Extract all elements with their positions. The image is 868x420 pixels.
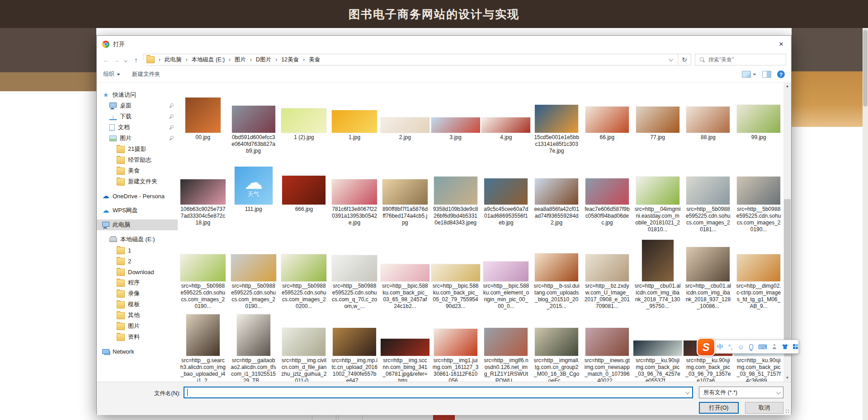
- emoji-face-icon[interactable]: ☺: [738, 344, 744, 350]
- recent-locations-icon[interactable]: [121, 56, 131, 64]
- file-item[interactable]: 1.jpg: [330, 89, 379, 154]
- grid-scrollbar[interactable]: ▲ ▼: [783, 83, 791, 382]
- file-item[interactable]: eea8a856fa42cf01ad74f936559284d2.jpg: [532, 161, 581, 233]
- search-input[interactable]: [708, 56, 786, 63]
- breadcrumb-item[interactable]: 12美食: [279, 56, 301, 64]
- sogou-logo-icon[interactable]: S: [697, 338, 715, 356]
- file-item[interactable]: src=http__bpic.588ku.com_element_origin_…: [481, 238, 530, 310]
- file-item[interactable]: 2.jpg: [381, 89, 429, 154]
- file-item[interactable]: src=http__bpic.588ku.com_back_pic_03_65_…: [381, 238, 429, 310]
- virtual-keyboard-icon[interactable]: ⌨: [758, 344, 767, 350]
- input-assist-icon[interactable]: [772, 344, 777, 349]
- file-item[interactable]: 4.jpg: [481, 89, 530, 154]
- file-item[interactable]: 666.jpg: [279, 161, 328, 233]
- file-item[interactable]: src=http__04imgmini.eastday.com_mobile_2…: [633, 161, 682, 233]
- sidebar-item[interactable]: 录像: [97, 288, 178, 299]
- new-folder-button[interactable]: 新建文件夹: [132, 70, 160, 78]
- up-icon[interactable]: ↑: [131, 56, 141, 64]
- file-item[interactable]: 890ff8bf7f1a5876dff76bed174a4cb5.jpg: [381, 161, 429, 233]
- scrollbar-thumb[interactable]: [784, 199, 791, 356]
- sidebar-item[interactable]: ↓下载: [97, 111, 178, 122]
- file-item[interactable]: src=http__img.civilcn.com_d_file_jianzhu…: [279, 312, 328, 382]
- file-item[interactable]: src=http__imglf6.nosdn0.126.net_img_R1Z1…: [481, 312, 530, 382]
- file-item[interactable]: 1 (2).jpg: [279, 89, 328, 154]
- file-item[interactable]: src=http__5b0988e595225.cdn.sohucs.com_q…: [330, 238, 379, 310]
- sidebar-item[interactable]: 模板: [97, 299, 178, 310]
- scroll-down-icon[interactable]: ▼: [783, 374, 791, 382]
- open-button[interactable]: 打开(O): [699, 402, 739, 414]
- sidebar-item[interactable]: Download: [97, 266, 178, 277]
- sidebar-item[interactable]: 其他: [97, 310, 178, 321]
- scroll-up-icon[interactable]: ▲: [783, 83, 791, 90]
- sidebar-item[interactable]: 此电脑: [97, 219, 178, 230]
- sidebar-item[interactable]: 程序: [97, 277, 178, 288]
- file-item[interactable]: 99.jpg: [734, 89, 783, 154]
- view-mode-button[interactable]: [742, 71, 756, 78]
- help-icon[interactable]: ?: [777, 70, 785, 78]
- file-item[interactable]: src=http__bz.zxdyw.com_U_Image_2017_0908…: [583, 238, 632, 310]
- sidebar-item[interactable]: 文档: [97, 122, 178, 133]
- filetype-select[interactable]: 所有文件 (*.*): [699, 387, 783, 398]
- file-item[interactable]: 9358d109b3de9c826bf6d9bd4b53310e18d84343…: [431, 161, 480, 233]
- file-item[interactable]: src=http__5b0988e595225.cdn.sohucs.com_i…: [734, 161, 783, 233]
- file-item[interactable]: src=http__ku.90sjimg.com_back_pic_03_96_…: [633, 312, 682, 382]
- sidebar-item[interactable]: 资料: [97, 331, 178, 342]
- file-item[interactable]: src=http__5b0988e595225.cdn.sohucs.com_i…: [229, 238, 278, 310]
- file-item[interactable]: src=http__bpic.588ku.com_back_pic_05_02_…: [431, 238, 480, 310]
- file-item[interactable]: 106b63c9025e7377ad33304c5e872c18.jpg: [179, 161, 227, 233]
- preview-pane-icon[interactable]: [762, 71, 771, 78]
- breadcrumb-item[interactable]: 本地磁盘 (E:): [190, 56, 227, 64]
- file-item[interactable]: feac7e606d587f9bc0580f94bad06dec.jpg: [583, 161, 632, 233]
- address-dropdown-icon[interactable]: [670, 56, 678, 63]
- file-item[interactable]: 781c6f13e8067f220391a13953b0542e.jpg: [330, 161, 379, 233]
- back-icon[interactable]: ←: [101, 56, 111, 64]
- skin-shirt-icon[interactable]: [782, 344, 788, 349]
- sidebar-item[interactable]: ☁WPS网盘: [97, 205, 178, 216]
- file-item[interactable]: 15cd5e001e1e5bbc13141e85f1c3037e.jpg: [532, 89, 581, 154]
- chinese-mode-icon[interactable]: 中: [717, 344, 723, 350]
- sidebar-item[interactable]: 桌面: [97, 100, 178, 111]
- file-item[interactable]: 77.jpg: [633, 89, 682, 154]
- sidebar-item[interactable]: 21摄影: [97, 144, 178, 154]
- file-item[interactable]: src=http__5b0988e595225.cdn.sohucs.com_i…: [279, 238, 328, 310]
- file-item[interactable]: src=http__dimg02.c-ctrip.com_images_fd_t…: [734, 238, 783, 310]
- file-item[interactable]: src=http__cbu01.alicdn.com_img_ibank_201…: [633, 238, 682, 310]
- sidebar-item[interactable]: ☁OneDrive - Persona: [97, 191, 178, 201]
- file-item[interactable]: src=http__inews.gtimg.com_newsapp_match_…: [583, 312, 632, 382]
- filename-input[interactable]: [184, 387, 684, 397]
- file-item[interactable]: src=http__5b0988e595225.cdn.sohucs.com_i…: [179, 238, 227, 310]
- sidebar-item[interactable]: ★快速访问: [97, 89, 178, 100]
- resize-grip[interactable]: [785, 409, 790, 414]
- file-item[interactable]: src=http__5b0988e595225.cdn.sohucs.com_i…: [684, 161, 732, 233]
- file-item[interactable]: 0bd591d600efcc3e0640fd763b827ab9.jpg: [229, 89, 278, 154]
- file-item[interactable]: src=http__gaitaobao2.alicdn.com_tfscom_i…: [229, 312, 278, 382]
- close-icon[interactable]: ×: [771, 36, 791, 53]
- file-item[interactable]: 66.jpg: [583, 89, 632, 154]
- file-item[interactable]: src=http__img.sccnn.com_bimg_341_06781.j…: [381, 312, 429, 382]
- sidebar-item[interactable]: 经管励志: [97, 154, 178, 165]
- file-item[interactable]: src=http__b-ssl.duitang.com_uploads_blog…: [532, 238, 581, 310]
- file-item[interactable]: 88.jpg: [684, 89, 732, 154]
- breadcrumb-item[interactable]: D图片: [254, 56, 273, 64]
- sidebar-item[interactable]: 图片: [97, 133, 178, 144]
- file-item[interactable]: src=http__g.search3.alicdn.com_img_bao_u…: [179, 312, 227, 382]
- cancel-button[interactable]: 取消: [745, 402, 783, 414]
- file-item[interactable]: a9c5c45cee60a7d01ad686953556f1eb.jpg: [481, 161, 530, 233]
- voice-input-icon[interactable]: [749, 344, 753, 350]
- file-item[interactable]: 00.jpg: [179, 89, 227, 154]
- page-scrollbar[interactable]: [863, 28, 868, 420]
- breadcrumb-item[interactable]: 此电脑: [163, 56, 184, 64]
- breadcrumb-item[interactable]: 美食: [307, 56, 322, 64]
- breadcrumb-item[interactable]: 图片: [233, 56, 248, 64]
- file-item[interactable]: src=http__cbu01.alicdn.com_img_ibank_201…: [684, 238, 732, 310]
- refresh-icon[interactable]: ↻: [678, 54, 691, 65]
- file-item[interactable]: src=http__imgmall.tg.com.cn_group2_M00_1…: [532, 312, 581, 382]
- sidebar-item[interactable]: 图片: [97, 321, 178, 331]
- sidebar-item[interactable]: 美食: [97, 165, 178, 176]
- sidebar-item[interactable]: 本地磁盘 (E:): [97, 234, 178, 245]
- organize-button[interactable]: 组织: [103, 70, 120, 78]
- punctuation-icon[interactable]: °,: [728, 344, 733, 350]
- forward-icon[interactable]: →: [111, 56, 121, 64]
- filename-dropdown-icon[interactable]: [684, 387, 692, 397]
- sidebar-item[interactable]: 新建文件夹: [97, 176, 178, 187]
